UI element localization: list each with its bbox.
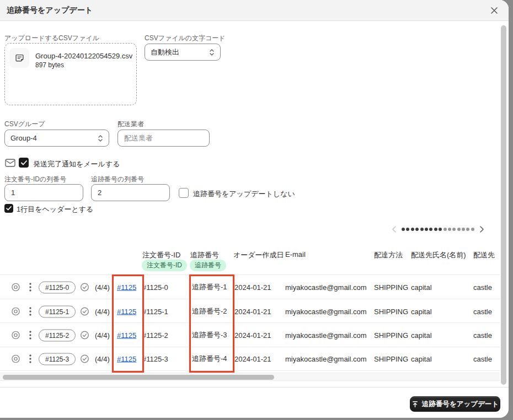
table-row: #1125-0 (4/4) #1125 #1125-0 追跡番号-1 2024-… <box>0 274 500 299</box>
kebab-menu-icon[interactable] <box>29 331 31 340</box>
cell-name: capital <box>411 331 432 339</box>
kebab-menu-icon[interactable] <box>29 283 31 292</box>
cell-address: castle <box>473 307 492 315</box>
encoding-select[interactable]: 自動検出 <box>145 44 221 61</box>
cell-name: capital <box>411 355 432 363</box>
pagination-dot[interactable] <box>462 228 465 231</box>
badge-tracking-column: 追跡番号 <box>190 260 226 271</box>
pagination-prev-icon[interactable] <box>389 225 398 234</box>
check-icon <box>21 160 27 165</box>
check-circle-icon <box>80 282 89 292</box>
csv-group-label: CSVグループ <box>4 120 45 129</box>
upload-icon <box>412 401 419 408</box>
close-icon[interactable] <box>489 5 500 16</box>
col-header-name: 配送先氏名(名前) <box>411 250 466 260</box>
update-tracking-submit-button[interactable]: 追跡番号をアップデート <box>410 396 500 412</box>
pagination-dot[interactable] <box>457 228 461 231</box>
kebab-menu-icon[interactable] <box>29 354 31 363</box>
check-circle-icon <box>80 354 89 364</box>
eye-icon[interactable] <box>11 306 20 316</box>
submit-button-label: 追跡番号をアップデート <box>422 400 499 409</box>
cell-name: capital <box>411 307 432 315</box>
cell-email: miyakocastle@gmail.com <box>285 355 367 363</box>
cell-order-id: #1125-2 <box>142 331 168 339</box>
match-ratio: (4/4) <box>95 355 110 363</box>
pagination-next-icon[interactable] <box>478 225 487 234</box>
first-row-header-checkbox[interactable] <box>4 204 13 213</box>
pagination-dot[interactable] <box>425 228 428 231</box>
upload-file-label: アップロードするCSVファイル <box>4 34 99 43</box>
notify-mail-checkbox[interactable] <box>19 158 29 168</box>
cell-order-id: #1125-0 <box>142 283 168 291</box>
modal-title: 追跡番号をアップデート <box>7 6 93 15</box>
eye-icon[interactable] <box>11 354 20 364</box>
pagination-dot[interactable] <box>402 228 405 231</box>
column-pagination <box>389 224 489 234</box>
pagination-dot[interactable] <box>429 228 432 231</box>
check-circle-icon <box>80 330 89 340</box>
cell-tracking: 追跡番号-1 <box>192 282 227 292</box>
cell-created: 2024-01-21 <box>234 307 271 315</box>
cell-email: miyakocastle@gmail.com <box>285 283 367 291</box>
carrier-label: 配送業者 <box>117 120 144 129</box>
no-update-label: 追跡番号をアップデートしない <box>193 189 295 199</box>
csv-group-select[interactable]: Group-4 <box>4 130 109 147</box>
pagination-dots[interactable] <box>402 228 474 231</box>
order-pill: #1125-2 <box>39 329 76 341</box>
tracking-col-label: 追跡番号の列番号 <box>91 175 144 184</box>
order-col-input[interactable] <box>4 184 83 201</box>
col-header-order-id: 注文番号-ID <box>142 250 180 260</box>
csv-group-select-value: Group-4 <box>10 134 98 142</box>
no-update-checkbox[interactable] <box>179 188 189 198</box>
horizontal-scrollbar-track[interactable] <box>0 373 500 381</box>
eye-icon[interactable] <box>11 330 20 340</box>
cell-tracking: 追跡番号-2 <box>192 306 227 316</box>
cell-order-id: #1125-1 <box>142 307 168 315</box>
vertical-scrollbar-thumb[interactable] <box>501 25 506 385</box>
order-pill: #1125-0 <box>39 281 76 293</box>
pagination-dot[interactable] <box>411 228 414 231</box>
match-ratio: (4/4) <box>95 331 110 339</box>
order-link[interactable]: #1125 <box>117 331 136 339</box>
badge-order-id-column: 注文番号-ID <box>142 260 187 271</box>
cell-created: 2024-01-21 <box>234 331 271 339</box>
match-ratio: (4/4) <box>95 283 110 291</box>
order-link[interactable]: #1125 <box>117 355 136 363</box>
pagination-dot[interactable] <box>439 228 442 231</box>
cell-email: miyakocastle@gmail.com <box>285 331 367 339</box>
uploaded-file-name: Group-4-20240122054529.csv <box>35 52 132 60</box>
cell-address: castle <box>473 331 492 339</box>
pagination-dot[interactable] <box>471 228 474 231</box>
pagination-dot[interactable] <box>466 228 469 231</box>
pagination-dot[interactable] <box>452 228 456 231</box>
cell-address: castle <box>473 355 492 363</box>
tracking-col-input[interactable] <box>91 184 170 201</box>
pagination-dot[interactable] <box>420 228 424 231</box>
pagination-dot[interactable] <box>406 228 409 231</box>
carrier-input[interactable] <box>117 130 210 147</box>
cell-tracking: 追跡番号-3 <box>192 330 227 340</box>
pagination-dot[interactable] <box>443 228 447 231</box>
cell-method: SHIPPING <box>374 355 408 363</box>
order-col-label: 注文番号-IDの列番号 <box>4 175 66 184</box>
cell-tracking: 追跡番号-4 <box>192 354 227 364</box>
eye-icon[interactable] <box>11 282 20 292</box>
footer-divider <box>0 387 509 387</box>
chevron-updown-icon <box>209 49 215 56</box>
order-link[interactable]: #1125 <box>117 307 136 315</box>
horizontal-scrollbar-thumb[interactable] <box>3 375 274 380</box>
preview-table: 注文番号-ID 追跡番号 オーダー作成日 E-mail 配達方法 配送先氏名(名… <box>0 241 500 382</box>
pagination-dot[interactable] <box>434 228 437 231</box>
cell-created: 2024-01-21 <box>234 355 271 363</box>
col-header-address: 配送先 <box>473 250 495 260</box>
cell-email: miyakocastle@gmail.com <box>285 307 367 315</box>
csv-dropzone[interactable]: Group-4-20240122054529.csv 897 bytes <box>4 43 137 105</box>
pagination-dot[interactable] <box>415 228 419 231</box>
order-link[interactable]: #1125 <box>117 283 136 291</box>
cell-method: SHIPPING <box>374 283 408 291</box>
pagination-dot[interactable] <box>448 228 451 231</box>
cell-name: capital <box>411 283 432 291</box>
cell-method: SHIPPING <box>374 307 408 315</box>
file-note-icon <box>9 48 29 68</box>
kebab-menu-icon[interactable] <box>29 307 31 316</box>
